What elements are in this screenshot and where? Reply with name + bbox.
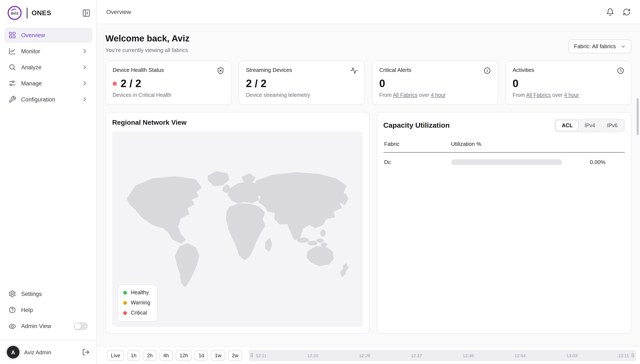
status-dot (113, 82, 117, 86)
stat-card-title: Critical Alerts (379, 67, 411, 73)
regional-network-panel: Regional Network View (105, 112, 369, 334)
stat-card-value: 2 / 2 (113, 77, 224, 90)
monitor-icon (9, 47, 16, 55)
range-buttons: Live1h2h4h12h1d1w2w (107, 350, 242, 360)
page-subtitle: You’re currently viewing all fabrics (105, 47, 190, 53)
stat-card-subtitle: Device streaming telemetry (246, 92, 358, 98)
capacity-utilization-panel: Capacity Utilization ACLIPv4IPv6 Fabric … (376, 112, 631, 334)
sidebar-item-admin-view[interactable]: Admin View (4, 318, 92, 334)
sidebar-item-label: Settings (21, 291, 42, 297)
all-fabrics-link[interactable]: All Fabrics (526, 92, 551, 98)
sidebar-item-analyze[interactable]: Analyze (4, 60, 92, 75)
sidebar-item-label: Manage (21, 80, 42, 86)
sidebar-item-settings[interactable]: Settings (4, 286, 92, 302)
stat-cards-row: Device Health Status 2 / 2 Devices in Cr… (105, 61, 631, 105)
bell-icon (606, 8, 614, 16)
vertical-scrollbar[interactable] (636, 98, 639, 135)
svg-text:aviz: aviz (11, 11, 19, 16)
chevron-right-icon (81, 48, 88, 54)
admin-view-toggle[interactable] (74, 322, 88, 330)
timeline-tick: 13:11 (618, 353, 629, 358)
collapse-sidebar-button[interactable] (82, 9, 91, 17)
sidebar-item-label: Configuration (21, 96, 55, 102)
stat-card-subtitle: From All Fabrics over 4 hour (379, 92, 491, 98)
timeline-right-handle[interactable] (630, 352, 636, 359)
logout-button[interactable] (82, 348, 90, 356)
topbar-actions (606, 8, 631, 16)
stat-card-device-health-status: Device Health Status 2 / 2 Devices in Cr… (105, 61, 232, 105)
4-hour-link[interactable]: 4 hour (431, 92, 446, 98)
stat-card-subtitle: From All Fabrics over 4 hour (513, 92, 624, 98)
dashboard-icon (9, 31, 16, 39)
tab-acl[interactable]: ACL (556, 120, 579, 131)
sidebar-item-help[interactable]: Help (4, 302, 92, 318)
legend-item-warning: Warning (123, 300, 150, 306)
range-2h-button[interactable]: 2h (143, 350, 157, 360)
column-header-utilization: Utilization % (451, 141, 625, 147)
activity-icon (350, 67, 358, 74)
stat-card-title: Streaming Devices (246, 67, 292, 73)
capacity-tabs: ACLIPv4IPv6 (555, 119, 625, 132)
stat-card-streaming-devices: Streaming Devices 2 / 2 Device streaming… (239, 61, 365, 105)
timeline-slider[interactable]: 12:1112:2012:2812:3712:4612:5413:0313:11 (249, 350, 636, 361)
notifications-button[interactable] (606, 8, 614, 16)
logo-divider (27, 8, 27, 18)
stat-card-title: Device Health Status (113, 67, 164, 73)
refresh-button[interactable] (623, 8, 631, 16)
legend-dot (123, 291, 127, 294)
tab-ipv6[interactable]: IPv6 (601, 120, 623, 131)
stat-card-activities: Activities 0 From All Fabrics over 4 hou… (505, 61, 631, 105)
stat-card-value: 2 / 2 (246, 77, 358, 90)
range-1d-button[interactable]: 1d (195, 350, 208, 360)
user-row: A Aviz Admin (0, 340, 97, 364)
range-1h-button[interactable]: 1h (127, 350, 140, 360)
sidebar-nav: Overview Monitor Analyze Manage Configur… (0, 24, 97, 110)
user-name: Aviz Admin (24, 349, 51, 355)
legend-dot (123, 311, 127, 315)
4-hour-link[interactable]: 4 hour (564, 92, 579, 98)
page-content: Welcome back, Aviz You’re currently view… (97, 24, 640, 346)
all-fabrics-link[interactable]: All Fabrics (393, 92, 417, 98)
legend-item-critical: Critical (123, 310, 150, 316)
timeline-ticks: 12:1112:2012:2812:3712:4612:5413:0313:11 (255, 353, 630, 358)
page-title: Welcome back, Aviz (105, 34, 190, 44)
timeline-tick: 12:28 (359, 353, 370, 358)
range-12h-button[interactable]: 12h (176, 350, 192, 360)
brand-name: ONES (32, 9, 51, 17)
timeline-tick: 13:03 (566, 353, 578, 358)
stat-card-value: 0 (379, 77, 491, 90)
wrench-icon (9, 96, 16, 103)
legend-item-healthy: Healthy (123, 290, 150, 296)
sidebar-item-configuration[interactable]: Configuration (4, 92, 92, 107)
time-range-bar: Live1h2h4h12h1d1w2w 12:1112:2012:2812:37… (97, 346, 640, 364)
map-legend: Healthy Warning Critical (118, 284, 157, 321)
sidebar-item-manage[interactable]: Manage (4, 76, 92, 91)
sidebar-item-overview[interactable]: Overview (4, 28, 92, 43)
search-icon (9, 64, 16, 71)
sidebar-item-monitor[interactable]: Monitor (4, 44, 92, 59)
timeline-tick: 12:54 (515, 353, 526, 358)
logout-icon (82, 348, 90, 356)
avatar: A (7, 346, 20, 358)
table-row: Dc 0.00% (383, 152, 625, 165)
panels-row: Regional Network View (105, 112, 631, 334)
chevron-down-icon (620, 43, 626, 49)
tab-ipv4[interactable]: IPv4 (579, 120, 601, 131)
range-2w-button[interactable]: 2w (228, 350, 242, 360)
sidebar-item-label: Analyze (21, 64, 42, 70)
range-4h-button[interactable]: 4h (159, 350, 173, 360)
welcome-section: Welcome back, Aviz You’re currently view… (105, 34, 631, 53)
timeline-tick: 12:11 (256, 353, 267, 358)
timeline-tick: 12:37 (411, 353, 422, 358)
sidebar-item-label: Help (21, 307, 33, 313)
capacity-table: Fabric Utilization % Dc 0.00% (383, 141, 625, 165)
timeline-left-handle[interactable] (249, 352, 255, 359)
breadcrumb: Overview (106, 8, 131, 15)
table-header: Fabric Utilization % (383, 141, 625, 152)
aviz-logo: aviz (7, 5, 23, 21)
range-live-button[interactable]: Live (107, 350, 124, 360)
range-1w-button[interactable]: 1w (211, 350, 225, 360)
sliders-icon (9, 80, 16, 87)
fabric-selector[interactable]: Fabric: All fabrics (568, 39, 631, 53)
shield-x-icon (217, 67, 224, 74)
